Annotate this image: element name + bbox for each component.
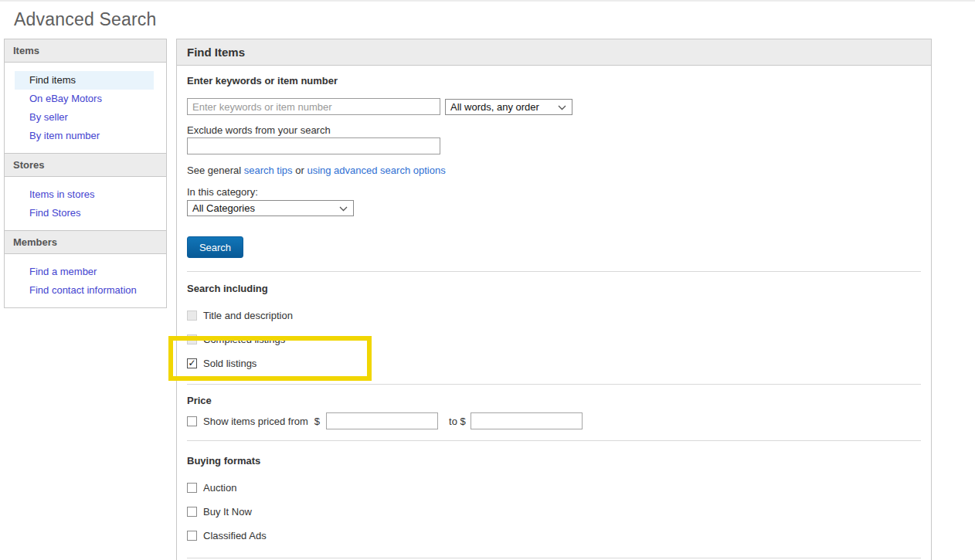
word-match-selected-value: All words, any order xyxy=(450,101,539,113)
sidebar-item-items-in-stores[interactable]: Items in stores xyxy=(15,185,154,204)
sidebar: Items Find items On eBay Motors By selle… xyxy=(4,39,167,308)
keywords-label: Enter keywords or item number xyxy=(187,75,921,87)
tips-line: See general search tips or using advance… xyxy=(187,165,921,176)
chevron-down-icon xyxy=(558,105,566,110)
sidebar-members-links: Find a member Find contact information xyxy=(5,254,166,307)
title-and-description-checkbox[interactable] xyxy=(187,311,197,321)
panel-title: Find Items xyxy=(177,39,931,66)
completed-listings-label: Completed listings xyxy=(203,334,285,345)
exclude-words-label: Exclude words from your search xyxy=(187,124,921,136)
category-selected-value: All Categories xyxy=(192,202,255,214)
sidebar-item-find-a-member[interactable]: Find a member xyxy=(15,263,154,281)
section-divider xyxy=(187,558,921,558)
classified-ads-label[interactable]: Classified Ads xyxy=(203,530,267,541)
keywords-input[interactable] xyxy=(187,98,440,115)
tips-middle-text: or xyxy=(293,165,307,176)
buy-it-now-checkbox[interactable] xyxy=(187,507,197,517)
sidebar-item-on-ebay-motors[interactable]: On eBay Motors xyxy=(15,90,154,108)
category-label: In this category: xyxy=(187,186,921,198)
sidebar-section-header-members: Members xyxy=(5,230,166,254)
section-divider xyxy=(187,271,921,272)
search-button[interactable]: Search xyxy=(187,236,243,258)
price-to-input[interactable] xyxy=(471,412,583,429)
sold-listings-label[interactable]: Sold listings xyxy=(203,358,256,369)
tips-prefix-text: See general xyxy=(187,165,244,176)
category-select[interactable]: All Categories xyxy=(187,200,354,216)
buy-it-now-label[interactable]: Buy It Now xyxy=(203,506,252,518)
page-title: Advanced Search xyxy=(14,9,157,30)
auction-label[interactable]: Auction xyxy=(203,482,236,494)
completed-listings-checkbox[interactable] xyxy=(187,334,197,344)
advanced-search-page: Advanced Search Items Find items On eBay… xyxy=(0,0,975,560)
sidebar-section-header-items: Items xyxy=(5,39,166,63)
search-including-title: Search including xyxy=(187,283,921,294)
sidebar-items-links: Find items On eBay Motors By seller By i… xyxy=(5,63,166,153)
price-row: Show items priced from $ to $ xyxy=(187,412,921,429)
price-title: Price xyxy=(187,395,921,406)
sidebar-item-by-item-number[interactable]: By item number xyxy=(15,127,154,145)
checkbox-row-auction: Auction xyxy=(187,482,921,494)
sold-listings-checkbox[interactable]: ✓ xyxy=(187,358,197,368)
sidebar-section-header-stores: Stores xyxy=(5,153,166,177)
chevron-down-icon xyxy=(339,206,348,212)
price-from-input[interactable] xyxy=(326,412,438,429)
sidebar-item-find-stores[interactable]: Find Stores xyxy=(15,204,154,222)
sidebar-stores-links: Items in stores Find Stores xyxy=(5,177,166,230)
price-to-label: to $ xyxy=(449,416,466,427)
word-match-select[interactable]: All words, any order xyxy=(445,99,572,115)
checkbox-row-sold-listings: ✓ Sold listings xyxy=(187,358,921,369)
find-items-panel: Find Items Enter keywords or item number… xyxy=(176,39,932,560)
price-filter-label[interactable]: Show items priced from xyxy=(203,416,308,427)
sidebar-item-find-items[interactable]: Find items xyxy=(15,71,154,90)
price-filter-checkbox[interactable] xyxy=(187,416,197,426)
checkmark-icon: ✓ xyxy=(188,358,195,368)
search-tips-link[interactable]: search tips xyxy=(244,165,293,176)
sidebar-item-find-contact-information[interactable]: Find contact information xyxy=(15,281,154,300)
classified-ads-checkbox[interactable] xyxy=(187,531,197,541)
checkbox-row-classified-ads: Classified Ads xyxy=(187,530,921,541)
title-and-description-label: Title and description xyxy=(203,310,293,321)
keywords-row: All words, any order xyxy=(187,98,921,115)
buying-formats-title: Buying formats xyxy=(187,455,921,467)
exclude-words-input[interactable] xyxy=(187,137,440,154)
section-divider xyxy=(187,440,921,441)
sidebar-item-by-seller[interactable]: By seller xyxy=(15,108,154,127)
checkbox-row-buy-it-now: Buy It Now xyxy=(187,506,921,518)
currency-symbol: $ xyxy=(314,416,320,427)
checkbox-row-completed-listings: Completed listings xyxy=(187,334,921,345)
checkbox-row-title-and-description: Title and description xyxy=(187,310,921,321)
panel-body: Enter keywords or item number All words,… xyxy=(177,66,931,560)
section-divider xyxy=(187,384,921,385)
advanced-search-options-link[interactable]: using advanced search options xyxy=(307,165,445,176)
auction-checkbox[interactable] xyxy=(187,483,197,493)
